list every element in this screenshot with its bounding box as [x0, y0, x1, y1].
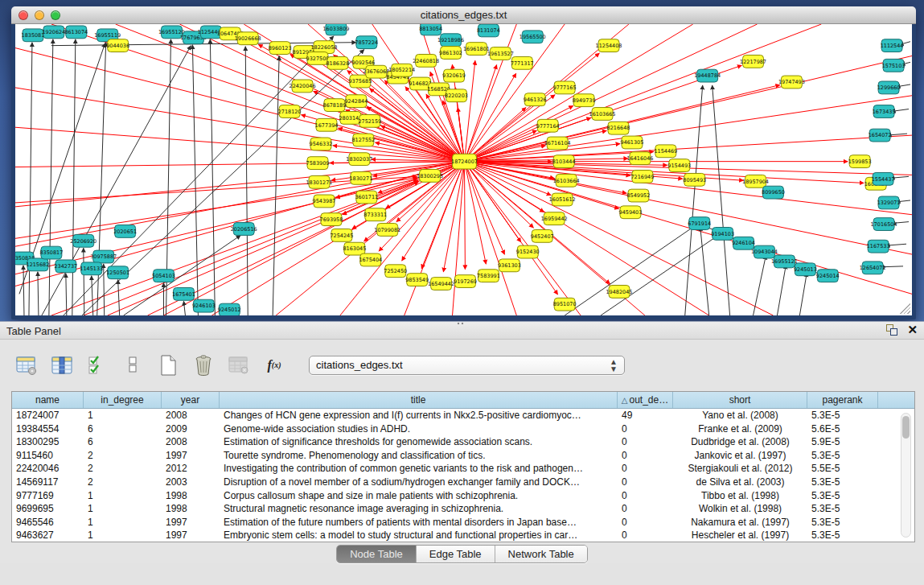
- graph-node[interactable]: 6791914: [688, 217, 711, 230]
- graph-node[interactable]: 9044036: [106, 39, 129, 52]
- table-cell[interactable]: 5.5E-5: [807, 462, 878, 476]
- column-header-in_degree[interactable]: in_degree: [84, 392, 162, 408]
- column-header-name[interactable]: name: [12, 392, 84, 408]
- graph-node[interactable]: 9546332: [310, 138, 333, 150]
- graph-node[interactable]: 9152430: [516, 245, 540, 258]
- delete-table-icon[interactable]: [227, 353, 251, 377]
- table-cell[interactable]: Tourette syndrome. Phenomenology and cla…: [220, 449, 618, 463]
- graph-node[interactable]: 9853549: [405, 274, 429, 286]
- table-cell[interactable]: Jankovic et al. (1997): [673, 449, 807, 463]
- graph-node[interactable]: 16033809: [322, 24, 349, 35]
- table-cell[interactable]: Estimation of significance thresholds fo…: [220, 435, 618, 449]
- table-cell[interactable]: Dudbridge et al. (2008): [673, 435, 807, 449]
- graph-node[interactable]: 7771317: [511, 56, 534, 69]
- graph-node[interactable]: 7693958: [320, 213, 343, 226]
- graph-node[interactable]: 7254245: [330, 229, 353, 241]
- table-cell[interactable]: 5.3E-5: [807, 502, 878, 516]
- graph-node[interactable]: 9245013: [794, 263, 817, 276]
- column-header-pagerank[interactable]: pagerank: [807, 392, 878, 408]
- graph-node[interactable]: 1154469: [654, 145, 677, 158]
- column-header-title[interactable]: title: [220, 392, 618, 408]
- graph-node[interactable]: 30975887: [90, 250, 117, 263]
- graph-node[interactable]: 2342737: [54, 260, 77, 273]
- graph-node[interactable]: 16051612: [549, 193, 576, 206]
- graph-node[interactable]: 8216648: [607, 122, 630, 134]
- graph-node[interactable]: 9861302: [439, 47, 462, 60]
- graph-node[interactable]: 9242844: [344, 95, 368, 108]
- table-panel-titlebar[interactable]: Table Panel ✕: [0, 322, 924, 340]
- table-cell[interactable]: 18300295: [12, 435, 84, 449]
- node-table-body[interactable]: 1872400712008Changes of HCN gene express…: [12, 409, 914, 542]
- graph-node[interactable]: 1675404: [359, 253, 382, 266]
- table-cell[interactable]: 0: [618, 489, 673, 503]
- node-table[interactable]: namein_degreeyeartitle△out_de…shortpager…: [11, 391, 915, 542]
- graph-node[interactable]: 19448784: [694, 69, 721, 82]
- graph-node[interactable]: 8813054: [419, 24, 442, 35]
- table-cell[interactable]: 2008: [162, 435, 220, 449]
- table-cell[interactable]: Tibbo et al. (1998): [673, 489, 807, 503]
- graph-node[interactable]: 16961801: [463, 43, 490, 56]
- table-cell[interactable]: 2003: [162, 476, 220, 489]
- graph-node[interactable]: 22420046: [290, 80, 316, 93]
- graph-node[interactable]: 8095493: [683, 173, 706, 186]
- graph-node[interactable]: 2752159: [358, 114, 381, 127]
- table-row[interactable]: 1938455462009Genome-wide association stu…: [12, 422, 914, 436]
- graph-node[interactable]: 9461305: [621, 136, 644, 149]
- table-cell[interactable]: 0: [618, 502, 673, 516]
- graph-node[interactable]: 1250501: [106, 266, 129, 279]
- table-row[interactable]: 911546021997Tourette syndrome. Phenomeno…: [12, 449, 914, 463]
- table-cell[interactable]: 1998: [162, 502, 220, 516]
- table-cell[interactable]: 2008: [162, 409, 220, 422]
- table-cell[interactable]: Yano et al. (2008): [673, 409, 807, 422]
- function-icon[interactable]: f(x): [262, 353, 286, 377]
- vertical-cells-icon[interactable]: [121, 353, 145, 377]
- graph-node[interactable]: 16549442: [428, 278, 454, 290]
- table-cell[interactable]: 5.3E-5: [807, 529, 878, 542]
- table-cell[interactable]: 22420046: [12, 462, 84, 476]
- window-resize-grip[interactable]: [900, 303, 910, 314]
- graph-node[interactable]: 7252450: [384, 265, 407, 278]
- graph-node-hub[interactable]: 18724007: [451, 154, 478, 169]
- table-cell[interactable]: Wolkin et al. (1998): [673, 502, 807, 516]
- delete-icon[interactable]: [191, 353, 216, 377]
- graph-node[interactable]: 8678189: [323, 99, 347, 112]
- graph-node[interactable]: 19218986: [437, 34, 464, 47]
- graph-node[interactable]: 1112544: [881, 39, 904, 52]
- graph-node[interactable]: 9246103: [192, 299, 216, 312]
- graph-node[interactable]: 18302037: [346, 153, 372, 166]
- graph-node[interactable]: 20206516: [231, 223, 257, 236]
- table-cell[interactable]: Disruption of a novel member of a sodium…: [220, 476, 618, 489]
- table-cell[interactable]: 0: [618, 422, 673, 436]
- graph-node[interactable]: 1677394: [315, 118, 339, 131]
- network-table-select[interactable]: citations_edges.txt ▲▼: [309, 356, 625, 375]
- graph-node[interactable]: 1554437: [872, 172, 895, 185]
- graph-node[interactable]: 19565500: [519, 31, 546, 43]
- table-cell[interactable]: 2012: [162, 462, 220, 476]
- table-cell[interactable]: 0: [618, 449, 673, 463]
- table-cell[interactable]: 1: [84, 529, 162, 542]
- graph-node[interactable]: 8613074: [64, 26, 88, 39]
- table-cell[interactable]: 18724007: [12, 409, 84, 422]
- graph-node[interactable]: 11254408: [596, 39, 622, 52]
- graph-node[interactable]: 8960123: [269, 42, 292, 55]
- graph-node[interactable]: 7857224: [355, 36, 378, 49]
- graph-node[interactable]: 8103444: [552, 155, 576, 168]
- new-file-icon[interactable]: [156, 353, 180, 377]
- graph-node[interactable]: 5054103: [152, 270, 175, 282]
- graph-node[interactable]: 19613527: [487, 47, 514, 60]
- graph-node[interactable]: 16103665: [589, 108, 616, 121]
- graph-node[interactable]: 9246104: [732, 237, 755, 249]
- graph-node[interactable]: 9154493: [667, 159, 691, 172]
- table-cell[interactable]: 19384554: [12, 422, 84, 436]
- table-cell[interactable]: 9699695: [12, 502, 84, 516]
- table-cell[interactable]: 5.3E-5: [807, 409, 878, 422]
- graph-node[interactable]: 10799081: [374, 224, 400, 237]
- table-cell[interactable]: 1997: [162, 516, 220, 529]
- graph-node[interactable]: 16416046: [626, 152, 653, 165]
- column-header-short[interactable]: short: [673, 392, 807, 408]
- table-cell[interactable]: 9115460: [12, 449, 84, 463]
- table-row[interactable]: 969969511998Structural magnetic resonanc…: [12, 502, 914, 516]
- table-cell[interactable]: Genome-wide association studies in ADHD.: [220, 422, 618, 436]
- table-cell[interactable]: 5.3E-5: [807, 476, 878, 489]
- graph-node[interactable]: 8186328: [326, 56, 350, 69]
